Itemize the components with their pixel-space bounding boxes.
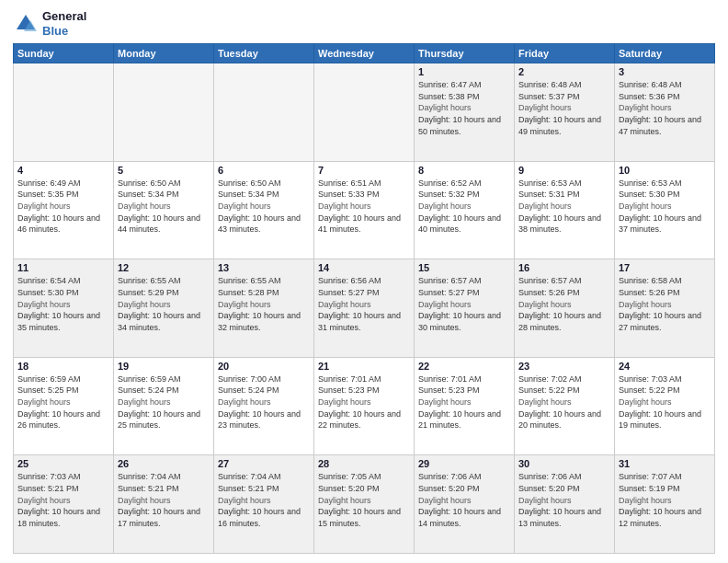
daylight-value: Daylight: 10 hours and 18 minutes.: [17, 507, 100, 528]
sunrise-label: Sunrise: 6:51 AM: [318, 178, 381, 188]
sunset-label: Sunset: 5:27 PM: [418, 288, 480, 297]
daylight-hours-label: Daylight hours: [218, 201, 271, 211]
sunrise-label: Sunrise: 7:01 AM: [318, 374, 381, 384]
day-info: Sunrise: 6:50 AM Sunset: 5:34 PM Dayligh…: [218, 178, 310, 236]
calendar-cell: 20 Sunrise: 7:00 AM Sunset: 5:24 PM Dayl…: [214, 357, 314, 455]
sunrise-label: Sunrise: 7:03 AM: [17, 472, 81, 481]
calendar-cell: [14, 63, 114, 162]
day-info: Sunrise: 6:53 AM Sunset: 5:30 PM Dayligh…: [619, 178, 711, 236]
day-info: Sunrise: 7:01 AM Sunset: 5:23 PM Dayligh…: [418, 373, 510, 431]
sunrise-label: Sunrise: 6:49 AM: [17, 178, 81, 188]
day-number: 13: [218, 262, 310, 273]
sunrise-label: Sunrise: 7:05 AM: [318, 472, 381, 481]
daylight-hours-label: Daylight hours: [518, 496, 572, 505]
day-number: 7: [318, 165, 410, 176]
sunrise-label: Sunrise: 6:54 AM: [17, 276, 81, 285]
weekday-header-sunday: Sunday: [14, 44, 114, 63]
daylight-hours-label: Daylight hours: [318, 201, 371, 211]
daylight-hours-label: Daylight hours: [619, 496, 672, 505]
day-info: Sunrise: 6:56 AM Sunset: 5:27 PM Dayligh…: [318, 275, 410, 333]
day-number: 2: [518, 66, 610, 77]
day-info: Sunrise: 6:55 AM Sunset: 5:28 PM Dayligh…: [218, 275, 310, 333]
calendar-cell: 31 Sunrise: 7:07 AM Sunset: 5:19 PM Dayl…: [615, 455, 715, 554]
day-number: 8: [418, 165, 510, 176]
day-info: Sunrise: 6:50 AM Sunset: 5:34 PM Dayligh…: [118, 178, 210, 236]
calendar-table: SundayMondayTuesdayWednesdayThursdayFrid…: [13, 43, 715, 554]
sunset-label: Sunset: 5:20 PM: [318, 484, 380, 493]
sunrise-label: Sunrise: 6:53 AM: [518, 178, 582, 188]
calendar-cell: 1 Sunrise: 6:47 AM Sunset: 5:38 PM Dayli…: [415, 63, 515, 162]
sunset-label: Sunset: 5:19 PM: [619, 484, 680, 493]
day-number: 28: [318, 458, 410, 469]
calendar-cell: [314, 63, 415, 162]
sunset-label: Sunset: 5:37 PM: [518, 92, 580, 101]
daylight-hours-label: Daylight hours: [17, 300, 71, 309]
daylight-value: Daylight: 10 hours and 15 minutes.: [318, 507, 401, 528]
daylight-hours-label: Daylight hours: [418, 201, 472, 211]
week-row-4: 18 Sunrise: 6:59 AM Sunset: 5:25 PM Dayl…: [14, 357, 715, 455]
sunset-label: Sunset: 5:26 PM: [619, 288, 680, 297]
daylight-hours-label: Daylight hours: [518, 103, 572, 112]
day-number: 14: [318, 262, 410, 273]
day-info: Sunrise: 6:51 AM Sunset: 5:33 PM Dayligh…: [318, 178, 410, 236]
sunset-label: Sunset: 5:24 PM: [118, 385, 179, 395]
logo-general: General: [42, 9, 86, 23]
day-number: 22: [418, 361, 510, 372]
daylight-hours-label: Daylight hours: [418, 496, 472, 505]
week-row-2: 4 Sunrise: 6:49 AM Sunset: 5:35 PM Dayli…: [14, 161, 715, 259]
day-number: 30: [518, 458, 610, 469]
calendar-cell: 24 Sunrise: 7:03 AM Sunset: 5:22 PM Dayl…: [615, 357, 715, 455]
sunrise-label: Sunrise: 7:04 AM: [118, 472, 181, 481]
calendar-cell: 5 Sunrise: 6:50 AM Sunset: 5:34 PM Dayli…: [114, 161, 214, 259]
day-number: 20: [218, 361, 310, 372]
weekday-header-wednesday: Wednesday: [314, 44, 415, 63]
daylight-value: Daylight: 10 hours and 22 minutes.: [318, 409, 401, 431]
day-info: Sunrise: 6:48 AM Sunset: 5:37 PM Dayligh…: [518, 79, 610, 137]
day-info: Sunrise: 6:57 AM Sunset: 5:27 PM Dayligh…: [418, 275, 510, 333]
calendar-cell: 27 Sunrise: 7:04 AM Sunset: 5:21 PM Dayl…: [214, 455, 314, 554]
sunrise-label: Sunrise: 6:59 AM: [118, 374, 181, 384]
header: General Blue: [13, 9, 715, 38]
sunrise-label: Sunrise: 6:59 AM: [17, 374, 81, 384]
daylight-hours-label: Daylight hours: [318, 397, 371, 407]
day-number: 4: [17, 165, 109, 176]
calendar-cell: 2 Sunrise: 6:48 AM Sunset: 5:37 PM Dayli…: [515, 63, 615, 162]
sunset-label: Sunset: 5:25 PM: [17, 385, 79, 395]
calendar-cell: 16 Sunrise: 6:57 AM Sunset: 5:26 PM Dayl…: [515, 259, 615, 358]
sunrise-label: Sunrise: 7:06 AM: [518, 472, 582, 481]
day-info: Sunrise: 6:55 AM Sunset: 5:29 PM Dayligh…: [118, 275, 210, 333]
daylight-hours-label: Daylight hours: [619, 397, 672, 407]
sunrise-label: Sunrise: 6:50 AM: [218, 178, 281, 188]
sunset-label: Sunset: 5:27 PM: [318, 288, 380, 297]
day-info: Sunrise: 6:53 AM Sunset: 5:31 PM Dayligh…: [518, 178, 610, 236]
sunrise-label: Sunrise: 6:47 AM: [418, 80, 482, 89]
daylight-value: Daylight: 10 hours and 43 minutes.: [218, 213, 301, 235]
day-number: 27: [218, 458, 310, 469]
day-number: 10: [619, 165, 711, 176]
sunset-label: Sunset: 5:22 PM: [518, 385, 580, 395]
daylight-value: Daylight: 10 hours and 16 minutes.: [218, 507, 301, 528]
week-row-5: 25 Sunrise: 7:03 AM Sunset: 5:21 PM Dayl…: [14, 455, 715, 554]
sunset-label: Sunset: 5:20 PM: [518, 484, 580, 493]
day-number: 24: [619, 361, 711, 372]
week-row-1: 1 Sunrise: 6:47 AM Sunset: 5:38 PM Dayli…: [14, 63, 715, 162]
day-number: 19: [118, 361, 210, 372]
day-number: 1: [418, 66, 510, 77]
daylight-value: Daylight: 10 hours and 41 minutes.: [318, 213, 401, 235]
daylight-value: Daylight: 10 hours and 19 minutes.: [619, 409, 701, 431]
day-number: 11: [17, 262, 109, 273]
daylight-value: Daylight: 10 hours and 37 minutes.: [619, 213, 701, 235]
day-info: Sunrise: 7:04 AM Sunset: 5:21 PM Dayligh…: [118, 471, 210, 529]
calendar-cell: 8 Sunrise: 6:52 AM Sunset: 5:32 PM Dayli…: [415, 161, 515, 259]
day-number: 26: [118, 458, 210, 469]
sunrise-label: Sunrise: 6:57 AM: [518, 276, 582, 285]
calendar-cell: 3 Sunrise: 6:48 AM Sunset: 5:36 PM Dayli…: [615, 63, 715, 162]
daylight-hours-label: Daylight hours: [619, 300, 672, 309]
day-number: 21: [318, 361, 410, 372]
sunset-label: Sunset: 5:22 PM: [619, 385, 680, 395]
daylight-value: Daylight: 10 hours and 38 minutes.: [518, 213, 601, 235]
sunset-label: Sunset: 5:31 PM: [518, 190, 580, 199]
day-info: Sunrise: 6:59 AM Sunset: 5:24 PM Dayligh…: [118, 373, 210, 431]
day-info: Sunrise: 6:48 AM Sunset: 5:36 PM Dayligh…: [619, 79, 711, 137]
daylight-hours-label: Daylight hours: [518, 201, 572, 211]
